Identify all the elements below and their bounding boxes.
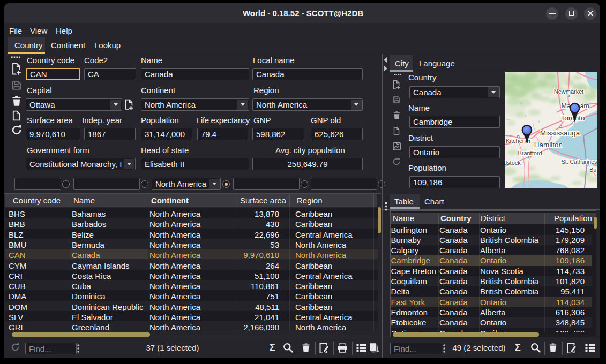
svg-text:Brantford: Brantford	[518, 150, 542, 156]
svg-text:Hamilton: Hamilton	[534, 141, 563, 149]
svg-text:Mississauga: Mississauga	[540, 129, 580, 137]
svg-text:St. Catharines: St. Catharines	[562, 158, 597, 165]
svg-text:dstock: dstock	[505, 160, 521, 166]
svg-text:Buf: Buf	[589, 166, 597, 173]
svg-text:Newmarket: Newmarket	[554, 88, 584, 95]
